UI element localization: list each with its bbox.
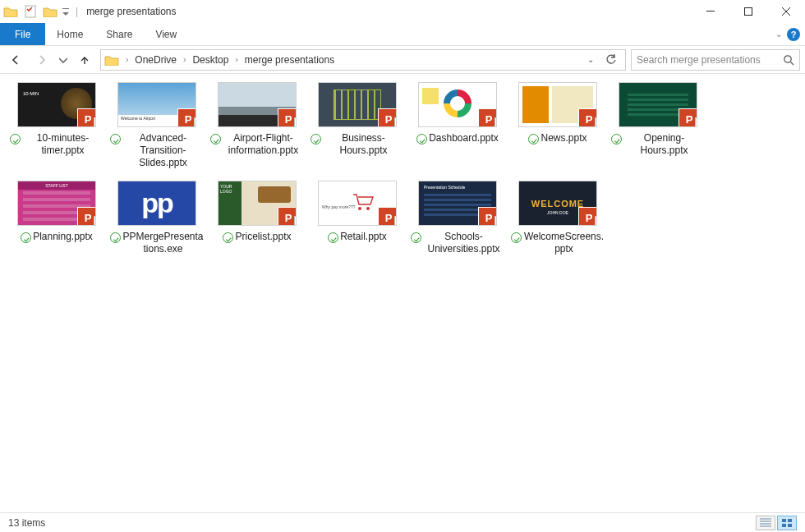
properties-icon[interactable] — [21, 2, 39, 21]
ribbon-tab-share[interactable]: Share — [94, 23, 144, 45]
sync-check-icon — [310, 134, 321, 144]
ribbon-collapse-icon[interactable]: ⌄ — [775, 30, 782, 39]
close-button[interactable] — [767, 0, 805, 23]
ribbon-tab-home[interactable]: Home — [45, 23, 94, 45]
folder-small-icon[interactable] — [41, 2, 59, 21]
quick-access-toolbar — [0, 2, 72, 21]
sync-check-icon — [611, 134, 622, 144]
title-separator: | — [72, 6, 81, 17]
breadcrumb-item[interactable]: Desktop — [191, 54, 230, 66]
folder-icon — [104, 54, 121, 66]
sync-check-icon — [528, 134, 539, 144]
sync-check-icon — [210, 134, 221, 144]
svg-point-5 — [358, 207, 361, 210]
file-name: Opening-Hours.pptx — [623, 132, 705, 157]
chevron-right-icon[interactable]: › — [121, 55, 133, 64]
up-button[interactable] — [74, 49, 95, 71]
file-thumbnail — [218, 82, 297, 127]
recent-locations-button[interactable] — [58, 49, 69, 71]
file-name: Airport-Flight-information.pptx — [223, 132, 304, 157]
content-area[interactable]: 10 MIN10-minutes-timer.pptxWelcome to Ai… — [0, 74, 805, 512]
forward-button[interactable] — [31, 49, 53, 71]
file-label-row: Dashboard.pptx — [409, 132, 506, 144]
file-thumbnail: WELCOMEJOHN DOE — [518, 181, 597, 226]
icons-view-button[interactable] — [777, 516, 797, 530]
file-name: Pricelist.pptx — [235, 231, 291, 243]
file-label-row: Airport-Flight-information.pptx — [209, 132, 306, 157]
sync-check-icon — [328, 232, 338, 243]
sync-check-icon — [223, 232, 233, 243]
file-label-row: PPMergePresentations.exe — [108, 231, 205, 255]
chevron-right-icon[interactable]: › — [230, 55, 242, 64]
file-label-row: News.pptx — [509, 132, 606, 144]
file-thumbnail: Presentation Schedule — [418, 181, 497, 226]
file-label-row: Schools-Universities.pptx — [409, 231, 506, 255]
file-label-row: WelcomeScreens.pptx — [509, 231, 606, 255]
title-bar: | merge presentations — [0, 0, 805, 23]
file-item[interactable]: Airport-Flight-information.pptx — [209, 82, 306, 169]
chevron-right-icon[interactable]: › — [178, 55, 191, 64]
address-dropdown-icon[interactable]: ⌄ — [582, 55, 599, 64]
file-item[interactable]: STAFF LISTPlanning.pptx — [8, 181, 105, 255]
file-item[interactable]: Welcome to AirportAdvanced-Transition-Sl… — [108, 82, 205, 169]
search-input[interactable]: Search merge presentations — [631, 49, 800, 71]
sync-check-icon — [110, 134, 121, 144]
qat-dropdown-icon[interactable] — [61, 2, 71, 21]
svg-rect-9 — [782, 524, 786, 527]
file-name: Dashboard.pptx — [429, 132, 499, 144]
refresh-button[interactable] — [600, 54, 622, 66]
file-item[interactable]: Pricelist.pptx — [209, 181, 306, 255]
file-thumbnail: STAFF LIST — [17, 181, 96, 226]
file-label-row: Retail.pptx — [309, 231, 406, 243]
view-switcher — [756, 516, 797, 530]
file-item[interactable]: Opening-Hours.pptx — [610, 82, 706, 169]
sync-check-icon — [411, 232, 421, 243]
minimize-button[interactable] — [692, 0, 729, 23]
svg-rect-0 — [25, 6, 35, 17]
file-name: Retail.pptx — [340, 231, 387, 243]
file-item[interactable]: ppPPMergePresentations.exe — [108, 181, 205, 255]
breadcrumb-item[interactable]: merge presentations — [243, 54, 336, 66]
folder-icon[interactable] — [2, 2, 20, 21]
svg-point-6 — [366, 207, 370, 210]
file-item[interactable]: Presentation ScheduleSchools-Universitie… — [409, 181, 506, 255]
svg-rect-2 — [706, 11, 715, 11]
sync-check-icon — [21, 232, 31, 243]
file-item[interactable]: Dashboard.pptx — [409, 82, 506, 169]
sync-check-icon — [110, 232, 121, 243]
file-thumbnail — [619, 82, 697, 127]
file-item[interactable]: News.pptx — [509, 82, 606, 169]
sync-check-icon — [511, 232, 522, 243]
search-placeholder: Search merge presentations — [637, 54, 783, 66]
file-label-row: Business-Hours.pptx — [309, 132, 406, 157]
ribbon-tab-file[interactable]: File — [0, 23, 45, 45]
file-label-row: Pricelist.pptx — [209, 231, 306, 243]
address-bar[interactable]: › OneDrive › Desktop › merge presentatio… — [100, 49, 626, 71]
status-bar: 13 items — [0, 512, 805, 532]
window-title: merge presentations — [81, 6, 176, 17]
help-button[interactable]: ? — [787, 28, 800, 41]
file-thumbnail — [318, 82, 397, 127]
file-thumbnail: pp — [117, 181, 196, 226]
file-item[interactable]: Business-Hours.pptx — [309, 82, 406, 169]
search-icon[interactable] — [783, 54, 794, 66]
file-item[interactable]: Why pay more???Retail.pptx — [309, 181, 406, 255]
sync-check-icon — [10, 134, 21, 144]
file-name: 10-minutes-timer.pptx — [22, 132, 104, 157]
file-name: News.pptx — [540, 132, 586, 144]
breadcrumb-item[interactable]: OneDrive — [133, 54, 178, 66]
sync-check-icon — [416, 134, 427, 144]
file-grid: 10 MIN10-minutes-timer.pptxWelcome to Ai… — [7, 82, 805, 267]
svg-point-4 — [784, 55, 791, 62]
back-button[interactable] — [5, 49, 26, 71]
file-name: Business-Hours.pptx — [323, 132, 404, 157]
file-item[interactable]: 10 MIN10-minutes-timer.pptx — [8, 82, 105, 169]
file-name: PPMergePresentations.exe — [122, 231, 204, 255]
file-label-row: Opening-Hours.pptx — [610, 132, 706, 157]
details-view-button[interactable] — [756, 516, 775, 530]
maximize-button[interactable] — [729, 0, 767, 23]
file-label-row: Planning.pptx — [8, 231, 105, 243]
ribbon-tab-view[interactable]: View — [144, 23, 188, 45]
file-name: Planning.pptx — [33, 231, 93, 243]
file-item[interactable]: WELCOMEJOHN DOEWelcomeScreens.pptx — [509, 181, 606, 255]
